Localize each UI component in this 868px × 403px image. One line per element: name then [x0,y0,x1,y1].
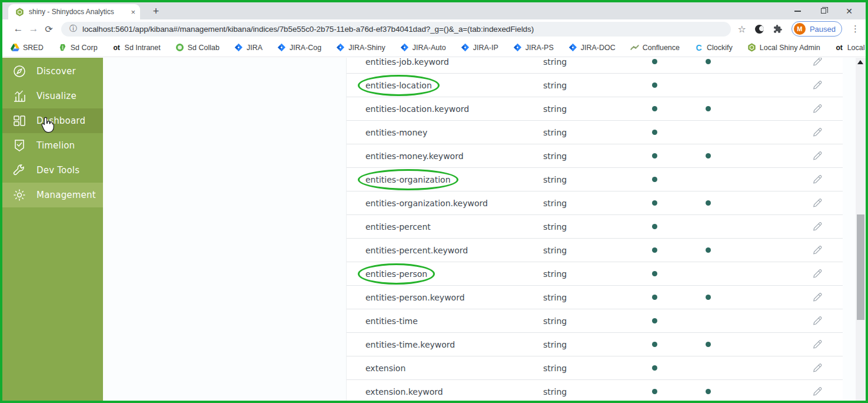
new-tab-button[interactable]: + [148,4,164,19]
drive-icon [11,43,19,52]
minimize-icon [794,11,801,12]
annotation-circle [358,169,458,190]
url-box[interactable]: ⓘ localhost:5601/app/kibana#/management/… [61,22,731,37]
sidebar-item-management[interactable]: Management [2,183,103,207]
field-name: entities-money.keyword [347,151,543,161]
table-row: entities-percentstring [347,215,843,239]
pencil-icon [813,269,823,279]
bookmark-label: Local Shiny Admin [760,44,820,52]
pencil-icon [813,292,823,302]
field-name: entities-time.keyword [347,340,543,349]
field-name: entities-organization [347,175,543,184]
edit-field-button[interactable] [813,151,843,161]
aggregatable-dot [706,59,711,64]
opentext-icon: ot [835,43,844,52]
edit-field-button[interactable] [813,316,843,326]
tab-close-icon[interactable]: × [131,8,135,16]
bookmark-label: JIRA-IP [473,44,498,52]
pencil-icon [813,387,823,397]
edit-field-button[interactable] [813,339,843,349]
page-scrollbar[interactable] [856,58,866,401]
edit-field-button[interactable] [813,104,843,114]
reload-button[interactable]: ⟳ [41,24,56,35]
edit-field-button[interactable] [813,269,843,279]
back-button[interactable]: ← [11,23,26,35]
clockify-icon: C [694,43,703,52]
bookmark-jira[interactable]: JIRA [234,43,262,52]
aggregatable-dot [706,200,711,206]
profile-button[interactable]: M Paused [791,21,842,37]
scrollbar-thumb[interactable] [857,214,864,320]
bookmark-clockify[interactable]: CClockify [694,43,733,52]
restore-button[interactable] [810,2,836,19]
aggregatable-dot [706,247,711,253]
searchable-dot [652,106,657,111]
bookmark-sd-corp[interactable]: Sd Corp [58,43,98,52]
extensions-puzzle-icon[interactable] [773,24,783,34]
field-name: extension.keyword [347,387,543,397]
field-name: entities-location.keyword [347,104,543,114]
bookmark-local-cs[interactable]: otLocal CS [835,43,866,52]
searchable-dot [652,247,657,253]
field-type: string [543,175,649,184]
edit-field-button[interactable] [813,174,843,184]
bookmark-sd-intranet[interactable]: otSd Intranet [112,43,161,52]
edit-field-button[interactable] [813,80,843,90]
bookmark-label: SRED [23,44,44,52]
jira-icon [277,43,286,52]
site-info-icon[interactable]: ⓘ [69,24,77,34]
bookmark-jira-auto[interactable]: JIRA-Auto [400,43,446,52]
edit-field-button[interactable] [813,292,843,302]
sidebar-item-visualize[interactable]: Visualize [2,84,103,108]
bookmark-jira-ip[interactable]: JIRA-IP [461,43,498,52]
table-row: entities-person.keywordstring [347,286,843,309]
sd-corp-icon [58,43,67,52]
browser-menu-button[interactable]: ⋮ [851,24,860,34]
field-type: string [543,340,649,349]
edit-field-button[interactable] [813,127,843,137]
bookmark-local-shiny-admin[interactable]: Local Shiny Admin [747,43,820,52]
bookmark-jira-cog[interactable]: JIRA-Cog [277,43,321,52]
close-button[interactable]: ✕ [836,2,862,19]
bookmark-sred[interactable]: SRED [11,43,44,52]
browser-tab[interactable]: shiny - Shinydocs Analytics × [8,4,140,19]
extension-ball-icon[interactable] [755,25,764,34]
field-name: entities-person [347,269,543,279]
pencil-icon [813,222,823,232]
forward-button[interactable]: → [26,23,41,35]
edit-field-button[interactable] [813,387,843,397]
pencil-icon [813,245,823,255]
edit-field-button[interactable] [813,222,843,232]
sidebar-item-dev-tools[interactable]: Dev Tools [2,158,103,183]
edit-field-button[interactable] [813,58,843,67]
edit-field-button[interactable] [813,198,843,208]
bookmark-sd-collab[interactable]: Sd Collab [175,43,220,52]
pencil-icon [813,198,823,208]
field-type: string [543,269,649,279]
sidebar-item-timelion[interactable]: Timelion [2,133,103,158]
bookmark-jira-doc[interactable]: JIRA-DOC [568,43,616,52]
bookmark-label: Clockify [707,44,733,52]
field-type: string [543,222,649,232]
bookmark-star-icon[interactable]: ☆ [738,24,746,35]
jira-icon [234,43,243,52]
gear-icon [12,188,26,202]
window-controls: ✕ [784,2,862,19]
minimize-button[interactable] [784,2,810,19]
field-type: string [543,293,649,302]
bookmark-label: JIRA-Shiny [348,44,385,52]
bookmark-label: Local CS [847,44,866,52]
kibana-page: DiscoverVisualizeDashboardTimelionDev To… [2,58,866,401]
scroll-up-arrow-icon[interactable] [857,60,863,64]
annotation-circle [358,75,440,96]
table-row: extension.keywordstring [347,380,843,401]
field-type: string [543,104,649,114]
sidebar-item-discover[interactable]: Discover [2,59,103,84]
edit-field-button[interactable] [813,363,843,373]
searchable-dot [652,153,657,158]
bookmark-confluence[interactable]: Confluence [630,43,680,52]
bookmark-jira-shiny[interactable]: JIRA-Shiny [336,43,385,52]
url-text[interactable]: localhost:5601/app/kibana#/management/ki… [82,25,534,34]
bookmark-jira-ps[interactable]: JIRA-PS [513,43,554,52]
edit-field-button[interactable] [813,245,843,255]
